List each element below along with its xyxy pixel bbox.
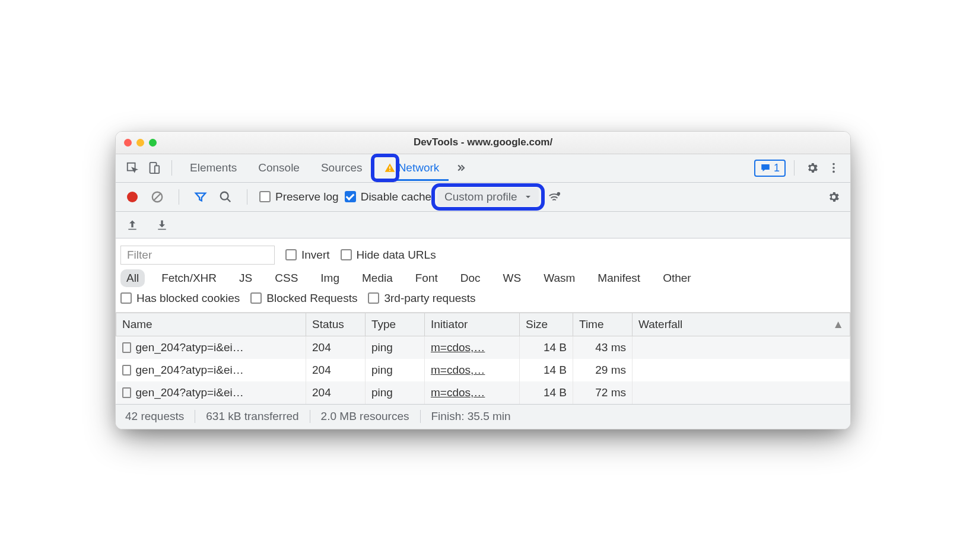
throttling-select[interactable]: Custom profile [437,188,539,206]
svg-rect-4 [389,170,390,171]
svg-point-6 [832,167,835,169]
cell-type: ping [366,336,425,359]
svg-point-7 [832,171,835,173]
requests-table: NameStatusTypeInitiatorSizeTimeWaterfall… [116,313,850,404]
third-party-checkbox[interactable]: 3rd-party requests [368,292,475,305]
status-requests: 42 requests [125,410,195,423]
table-row[interactable]: gen_204?atyp=i&ei…204pingm=cdos,…14 B29 … [116,359,850,381]
close-window-button[interactable] [124,139,132,147]
zoom-window-button[interactable] [149,139,157,147]
filter-bar: Invert Hide data URLs AllFetch/XHRJSCSSI… [116,238,850,313]
status-bar: 42 requests 631 kB transferred 2.0 MB re… [116,404,850,429]
cell-waterfall [633,359,850,381]
main-tabbar: Elements Console Sources Network 1 [116,154,850,183]
separator [247,189,247,205]
cell-name: gen_204?atyp=i&ei… [116,381,306,404]
table-row[interactable]: gen_204?atyp=i&ei…204pingm=cdos,…14 B72 … [116,381,850,404]
settings-icon[interactable] [803,158,822,177]
type-filter-doc[interactable]: Doc [455,269,487,287]
column-initiator[interactable]: Initiator [425,313,520,336]
document-icon [122,387,131,398]
disable-cache-checkbox[interactable]: Disable cache [345,190,431,203]
network-settings-icon[interactable] [824,187,843,206]
cell-initiator[interactable]: m=cdos,… [425,381,520,404]
cell-type: ping [366,381,425,404]
preserve-log-checkbox[interactable]: Preserve log [259,190,339,203]
more-menu-icon[interactable] [824,158,843,177]
column-time[interactable]: Time [573,313,633,336]
warning-icon [384,162,396,174]
type-filter-js[interactable]: JS [233,269,258,287]
network-conditions-icon[interactable] [545,187,564,206]
tab-sources[interactable]: Sources [312,155,372,180]
table-body: gen_204?atyp=i&ei…204pingm=cdos,…14 B43 … [116,336,850,404]
type-filter-css[interactable]: CSS [269,269,304,287]
type-filter-font[interactable]: Font [409,269,444,287]
type-filter-manifest[interactable]: Manifest [592,269,646,287]
tab-console[interactable]: Console [249,155,309,180]
cell-type: ping [366,359,425,381]
type-filter-other[interactable]: Other [657,269,697,287]
sort-arrow-icon: ▲ [832,318,844,331]
tab-network-label: Network [398,161,440,174]
filter-input[interactable] [120,246,275,265]
traffic-lights [124,139,157,147]
cell-name: gen_204?atyp=i&ei… [116,359,306,381]
document-icon [122,342,131,353]
blocked-requests-checkbox[interactable]: Blocked Requests [250,292,357,305]
svg-rect-2 [155,166,159,173]
record-button[interactable] [123,187,142,206]
clear-button[interactable] [148,187,167,206]
upload-har-icon[interactable] [123,215,142,234]
cell-time: 43 ms [573,336,633,359]
cell-time: 29 ms [573,359,633,381]
issues-count: 1 [774,162,780,174]
cell-initiator[interactable]: m=cdos,… [425,359,520,381]
type-filter-fetchxhr[interactable]: Fetch/XHR [155,269,223,287]
minimize-window-button[interactable] [136,139,144,147]
cell-waterfall [633,336,850,359]
type-filter-wasm[interactable]: Wasm [538,269,581,287]
inspect-element-icon[interactable] [123,158,142,177]
cell-time: 72 ms [573,381,633,404]
tab-elements[interactable]: Elements [180,155,246,180]
cell-size: 14 B [520,336,573,359]
table-header-row: NameStatusTypeInitiatorSizeTimeWaterfall… [116,313,850,336]
svg-point-5 [832,163,835,166]
svg-point-10 [557,192,560,195]
cell-status: 204 [306,381,366,404]
resource-type-filters: AllFetch/XHRJSCSSImgMediaFontDocWSWasmMa… [116,267,850,289]
type-filter-all[interactable]: All [120,269,145,287]
type-filter-img[interactable]: Img [314,269,345,287]
hide-data-urls-checkbox[interactable]: Hide data URLs [341,249,436,262]
more-tabs-icon[interactable] [451,158,470,177]
table-row[interactable]: gen_204?atyp=i&ei…204pingm=cdos,…14 B43 … [116,336,850,359]
issues-badge[interactable]: 1 [754,160,786,177]
separator [179,189,179,205]
status-transferred: 631 kB transferred [195,410,310,423]
download-har-icon[interactable] [152,215,171,234]
type-filter-media[interactable]: Media [356,269,399,287]
has-blocked-cookies-checkbox[interactable]: Has blocked cookies [120,292,240,305]
invert-checkbox[interactable]: Invert [285,249,330,262]
network-toolbar: Preserve log Disable cache Custom profil… [116,183,850,212]
column-size[interactable]: Size [520,313,573,336]
titlebar: DevTools - www.google.com/ [116,132,850,154]
filter-toggle-icon[interactable] [191,187,210,206]
svg-point-9 [221,192,228,199]
column-name[interactable]: Name [116,313,306,336]
device-toggle-icon[interactable] [144,158,163,177]
separator [171,160,172,176]
cell-initiator[interactable]: m=cdos,… [425,336,520,359]
column-status[interactable]: Status [306,313,366,336]
tab-network[interactable]: Network [374,155,449,180]
import-export-bar [116,212,850,238]
column-type[interactable]: Type [366,313,425,336]
disable-cache-label: Disable cache [361,190,431,203]
type-filter-ws[interactable]: WS [497,269,528,287]
column-waterfall[interactable]: Waterfall▲ [633,313,850,336]
cell-waterfall [633,381,850,404]
search-icon[interactable] [216,187,235,206]
window-title: DevTools - www.google.com/ [116,136,850,148]
chevron-down-icon [525,193,532,201]
